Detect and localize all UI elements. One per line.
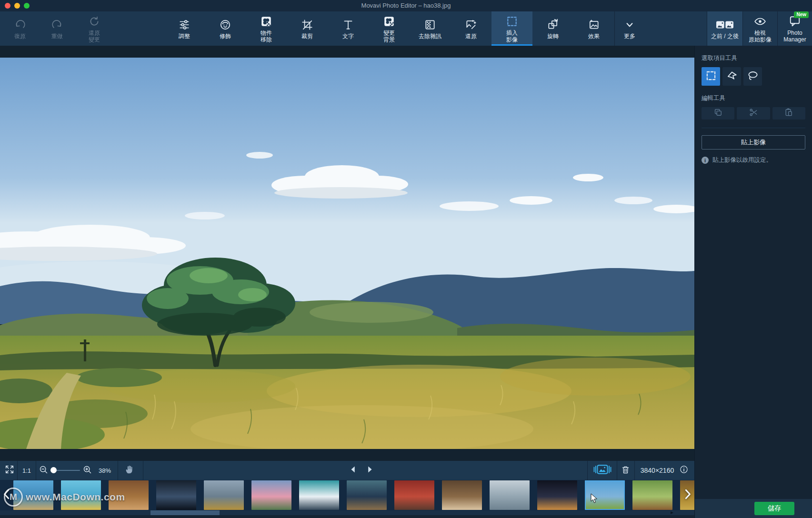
divider — [587, 461, 588, 480]
thumbnail-daisy-animal[interactable] — [632, 480, 672, 510]
crop-icon — [301, 18, 313, 31]
tool-crop[interactable]: 裁剪 — [287, 11, 328, 46]
thumbnail-strip-toggle-button[interactable] — [591, 461, 614, 480]
tool-label: 還原 — [465, 33, 477, 40]
divider — [118, 461, 118, 480]
redo-button[interactable]: 重做 — [44, 11, 70, 46]
denoise-icon — [424, 18, 436, 31]
thumbnail-mountain-field[interactable] — [204, 480, 244, 510]
strip-scroll-left-button[interactable] — [0, 486, 14, 505]
next-icon — [364, 464, 375, 477]
revert-button[interactable]: 還原 變更 — [81, 11, 108, 46]
undo-label: 復原 — [14, 33, 26, 40]
horizontal-scrollbar-thumb[interactable] — [150, 510, 220, 515]
horizontal-scrollbar-track[interactable] — [0, 510, 694, 515]
strip-scroll-right-button[interactable] — [680, 486, 694, 505]
panel-divider — [702, 127, 805, 128]
thumbnail-dark-architecture[interactable] — [156, 480, 196, 510]
thumbnail-tulips[interactable] — [251, 480, 291, 510]
zoom-in-icon — [82, 465, 92, 477]
undo-button[interactable]: 復原 — [7, 11, 33, 46]
view-original-label: 檢視 原始影像 — [749, 30, 772, 43]
divider — [36, 461, 36, 480]
undo-icon — [14, 18, 26, 31]
save-footer: 儲存 — [694, 499, 812, 518]
edit-tools-row — [702, 107, 805, 120]
editor-canvas — [0, 46, 694, 461]
thumbnail-palm-beach[interactable] — [13, 480, 53, 510]
tool-insert-image[interactable]: 插入 影像 — [491, 11, 532, 46]
text-icon — [342, 18, 354, 31]
zoom-slider-thumb[interactable] — [50, 467, 57, 473]
lasso-tool-button[interactable] — [743, 67, 762, 86]
tool-retouch[interactable]: 修飾 — [205, 11, 246, 46]
tool-adjust[interactable]: 調整 — [164, 11, 205, 46]
change-background-icon — [383, 15, 395, 28]
before-after-button[interactable]: 之前 / 之後 — [707, 11, 742, 46]
revert-icon — [88, 15, 100, 28]
info-button[interactable] — [677, 461, 691, 480]
thumbnail-beach-woman[interactable] — [61, 480, 101, 510]
thumbnail-blonde-woman[interactable] — [442, 480, 482, 510]
tool-restore[interactable]: 還原 — [451, 11, 491, 46]
copy-button[interactable] — [702, 107, 734, 120]
fit-to-screen-button[interactable] — [2, 461, 17, 480]
polygon-lasso-icon — [726, 70, 738, 84]
cut-button[interactable] — [737, 107, 770, 120]
eye-icon — [754, 15, 766, 28]
panel-hint-text: 貼上影像以啟用設定。 — [712, 156, 772, 164]
polygon-lasso-tool-button[interactable] — [722, 67, 741, 86]
thumbnail-tree-landscape[interactable] — [585, 480, 625, 510]
image-strip-icon — [593, 463, 612, 478]
paste-image-button[interactable]: 貼上影像 — [702, 135, 805, 149]
insert-image-panel: 選取項目工具 編輯工具 貼上影像 i 貼上影像以啟用設定。 — [694, 46, 812, 499]
bottom-control-bar: 1:1 38% 3840×2160 — [0, 461, 694, 480]
tool-label: 旋轉 — [547, 33, 559, 40]
prev-icon — [348, 464, 359, 477]
zoom-1-1-button[interactable]: 1:1 — [18, 461, 35, 480]
edit-tools-title: 編輯工具 — [702, 94, 805, 102]
landscape-photo — [0, 58, 694, 449]
rotate-icon — [547, 18, 559, 31]
tool-label: 物件 移除 — [261, 30, 272, 43]
hand-tool-button[interactable] — [120, 461, 139, 480]
scissors-icon — [749, 108, 758, 119]
thumbnail-snowy-peaks[interactable] — [299, 480, 339, 510]
new-badge: New — [794, 11, 809, 18]
tool-change-background[interactable]: 變更 背景 — [369, 11, 410, 46]
tool-text[interactable]: 文字 — [328, 11, 369, 46]
zoom-in-button[interactable] — [81, 461, 93, 480]
thumbnail-night-sky[interactable] — [537, 480, 577, 510]
rect-select-icon — [705, 70, 717, 84]
previous-image-button[interactable] — [347, 461, 360, 480]
photo-manager-button[interactable]: NewPhoto Manager — [778, 11, 812, 46]
delete-image-button[interactable] — [618, 461, 632, 480]
paste-button[interactable] — [772, 107, 805, 120]
next-image-button[interactable] — [363, 461, 376, 480]
divider — [617, 461, 617, 480]
tool-label: 去除雜訊 — [419, 33, 441, 40]
photo-manager-icon: New — [789, 15, 801, 28]
adjust-icon — [178, 18, 190, 31]
tool-more[interactable]: 更多 — [615, 11, 644, 46]
tool-label: 文字 — [342, 33, 354, 40]
view-original-button[interactable]: 檢視 原始影像 — [743, 11, 777, 46]
restore-icon — [465, 18, 477, 31]
thumbnail-frost-branches[interactable] — [490, 480, 530, 510]
main-toolbar: 復原重做還原 變更 調整修飾物件 移除裁剪文字變更 背景去除雜訊還原插入 影像旋… — [0, 11, 812, 46]
save-button[interactable]: 儲存 — [754, 502, 794, 515]
rect-select-tool-button[interactable] — [702, 67, 720, 86]
divider — [17, 461, 18, 480]
selection-tools-title: 選取項目工具 — [702, 54, 805, 62]
tool-denoise[interactable]: 去除雜訊 — [410, 11, 451, 46]
tool-label: 插入 影像 — [506, 30, 518, 43]
tool-effects[interactable]: 效果 — [573, 11, 614, 46]
tool-object-removal[interactable]: 物件 移除 — [246, 11, 287, 46]
thumbnail-strip — [0, 480, 694, 510]
zoom-out-button[interactable] — [37, 461, 50, 480]
thumbnail-santa[interactable] — [394, 480, 434, 510]
thumbnail-milk-table[interactable] — [109, 480, 149, 510]
tool-rotate[interactable]: 旋轉 — [532, 11, 573, 46]
thumbnail-tower-bridge[interactable] — [347, 480, 387, 510]
photo-canvas[interactable] — [0, 58, 694, 449]
